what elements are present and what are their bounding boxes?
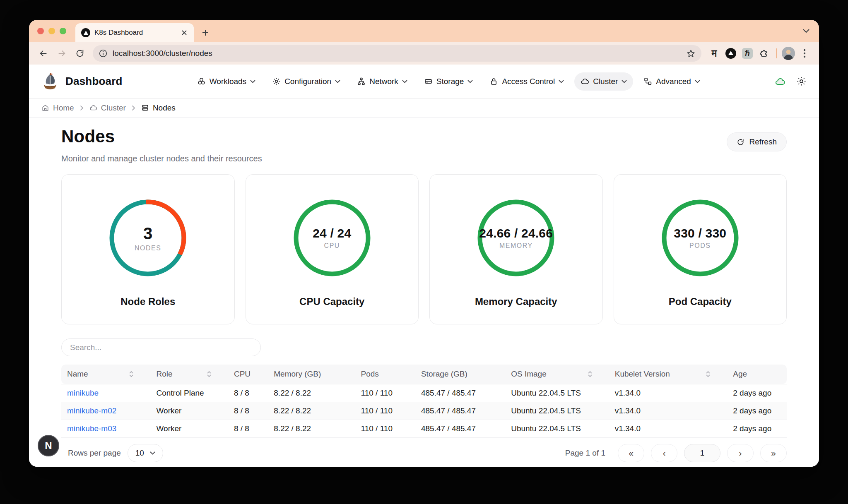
nav-item-configuration[interactable]: Configuration xyxy=(266,72,347,91)
extensions-puzzle-icon[interactable] xyxy=(757,46,771,60)
cluster-status-cloud-icon[interactable] xyxy=(775,76,785,87)
breadcrumb: Home Cluster Nodes xyxy=(29,98,819,118)
forward-icon[interactable] xyxy=(54,46,70,61)
column-header-memory: Memory (GB) xyxy=(268,365,355,384)
node-name-link[interactable]: minikube-m03 xyxy=(67,424,116,433)
tab-close-icon[interactable] xyxy=(180,28,189,37)
breadcrumb-separator-icon xyxy=(132,105,135,111)
new-tab-button[interactable] xyxy=(198,25,213,40)
node-roles-donut: 3 NODES xyxy=(108,199,187,277)
close-window-button[interactable] xyxy=(37,28,44,34)
chevron-down-icon xyxy=(150,451,155,455)
column-header-os-image[interactable]: OS Image xyxy=(505,365,609,384)
cell-role: Control Plane xyxy=(150,384,228,402)
next-page-button[interactable]: › xyxy=(727,444,754,462)
breadcrumb-nodes[interactable]: Nodes xyxy=(141,103,176,113)
theme-toggle-sun-icon[interactable] xyxy=(796,76,807,86)
workloads-icon xyxy=(197,77,206,86)
cell-pods: 110 / 110 xyxy=(355,384,415,402)
extension-ma-icon[interactable]: म xyxy=(707,46,721,60)
window-controls xyxy=(29,20,66,42)
column-header-kubelet-version[interactable]: Kubelet Version xyxy=(609,365,728,384)
breadcrumb-label: Home xyxy=(53,103,74,113)
memory-value: 24.66 / 24.66 xyxy=(479,226,553,240)
pods-donut: 330 / 330 PODS xyxy=(661,199,740,277)
url-text[interactable]: localhost:3000/cluster/nodes xyxy=(113,49,681,58)
cell-role: Worker xyxy=(150,420,228,437)
nav-item-storage[interactable]: Storage xyxy=(418,72,479,91)
nav-item-network[interactable]: Network xyxy=(351,72,414,91)
workflow-icon xyxy=(643,77,652,86)
chevron-down-icon xyxy=(335,80,340,83)
node-name-link[interactable]: minikube-m02 xyxy=(67,406,116,415)
cpu-donut: 24 / 24 CPU xyxy=(293,199,371,277)
refresh-button[interactable]: Refresh xyxy=(727,132,787,151)
node-count-label: NODES xyxy=(135,245,161,252)
app-title: Dashboard xyxy=(65,75,123,88)
card-title: CPU Capacity xyxy=(299,296,364,307)
breadcrumb-cluster[interactable]: Cluster xyxy=(89,103,126,113)
nextjs-dev-badge[interactable]: N xyxy=(38,435,59,456)
table-row-minikube-m02[interactable]: minikube-m02 Worker 8 / 8 8.22 / 8.22 11… xyxy=(61,402,787,420)
breadcrumb-separator-icon xyxy=(80,105,84,111)
nav-item-workloads[interactable]: Workloads xyxy=(191,72,262,91)
first-page-button[interactable]: « xyxy=(618,444,644,462)
table-row-minikube[interactable]: minikube Control Plane 8 / 8 8.22 / 8.22… xyxy=(61,384,787,402)
cell-memory: 8.22 / 8.22 xyxy=(268,402,355,420)
tab-search-chevron-icon[interactable] xyxy=(799,24,813,38)
breadcrumb-label: Cluster xyxy=(101,103,126,113)
breadcrumb-home[interactable]: Home xyxy=(41,103,74,113)
chevron-down-icon xyxy=(559,80,564,83)
cell-os-image: Ubuntu 22.04.5 LTS xyxy=(505,420,609,437)
main-menu: Workloads Configuration Network xyxy=(123,72,775,91)
hbar-extension-icon[interactable]: ℏ xyxy=(740,46,754,60)
cell-age: 2 days ago xyxy=(727,384,787,402)
column-header-name[interactable]: Name xyxy=(61,365,150,384)
home-icon xyxy=(41,104,49,112)
address-bar[interactable]: localhost:3000/cluster/nodes xyxy=(93,45,701,62)
previous-page-button[interactable]: ‹ xyxy=(651,444,677,462)
cpu-label: CPU xyxy=(324,242,340,250)
profile-avatar[interactable] xyxy=(782,47,795,60)
sort-icon xyxy=(207,371,212,377)
refresh-label: Refresh xyxy=(749,137,777,146)
nav-label: Advanced xyxy=(656,77,691,86)
browser-menu-kebab-icon[interactable] xyxy=(797,46,812,60)
nav-item-advanced[interactable]: Advanced xyxy=(637,72,706,91)
reload-icon[interactable] xyxy=(72,46,88,61)
nav-label: Configuration xyxy=(284,77,331,86)
vercel-extension-icon[interactable] xyxy=(724,46,738,60)
cell-cpu: 8 / 8 xyxy=(228,384,268,402)
nav-item-cluster[interactable]: Cluster xyxy=(574,72,633,91)
nav-item-access-control[interactable]: Access Control xyxy=(483,72,570,91)
sort-icon xyxy=(129,371,134,377)
storage-icon xyxy=(424,77,433,86)
pagination-controls: Page 1 of 1 « ‹ 1 › » xyxy=(565,444,787,462)
fullscreen-window-button[interactable] xyxy=(60,28,66,34)
column-header-role[interactable]: Role xyxy=(150,365,228,384)
memory-label: MEMORY xyxy=(499,242,533,250)
current-page-button[interactable]: 1 xyxy=(684,444,720,462)
cell-pods: 110 / 110 xyxy=(355,420,415,437)
cell-pods: 110 / 110 xyxy=(355,402,415,420)
nav-right-actions xyxy=(775,76,807,87)
search-input[interactable] xyxy=(61,338,261,356)
browser-tab-active[interactable]: K8s Dashboard xyxy=(75,23,194,42)
last-page-button[interactable]: » xyxy=(760,444,787,462)
column-header-storage: Storage (GB) xyxy=(415,365,505,384)
cell-storage: 485.47 / 485.47 xyxy=(415,402,505,420)
rows-per-page-label: Rows per page xyxy=(68,449,121,458)
cell-os-image: Ubuntu 22.04.5 LTS xyxy=(505,402,609,420)
table-row-minikube-m03[interactable]: minikube-m03 Worker 8 / 8 8.22 / 8.22 11… xyxy=(61,420,787,437)
site-info-icon[interactable] xyxy=(99,49,108,58)
page-subtitle: Monitor and manage cluster nodes and the… xyxy=(61,154,787,163)
back-icon[interactable] xyxy=(36,46,51,61)
browser-window: K8s Dashboard xyxy=(29,20,819,467)
minimize-window-button[interactable] xyxy=(48,28,55,34)
pods-value: 330 / 330 xyxy=(674,226,726,240)
app-brand[interactable]: Dashboard xyxy=(41,72,123,91)
node-name-link[interactable]: minikube xyxy=(67,389,99,397)
rows-per-page-select[interactable]: 10 xyxy=(128,444,163,462)
bookmark-star-icon[interactable] xyxy=(686,49,696,58)
sort-icon xyxy=(588,371,593,377)
